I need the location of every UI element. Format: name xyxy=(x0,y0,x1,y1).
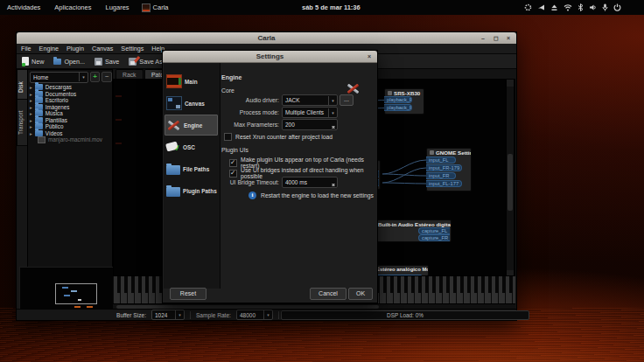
expander-icon[interactable] xyxy=(30,123,32,129)
section-plugin-paths[interactable]: Plugin Paths xyxy=(164,180,220,201)
reset-xrun-checkbox-row[interactable]: Reset Xrun counter after project load xyxy=(224,133,332,141)
tree-item[interactable]: Público xyxy=(30,123,112,129)
engine-header: Engine xyxy=(221,74,242,80)
tree-item[interactable]: Escritorio xyxy=(30,97,112,103)
audio-driver-label: Audio driver: xyxy=(215,97,279,103)
minus-button[interactable]: − xyxy=(102,72,112,82)
activities-menu[interactable]: Actividades xyxy=(0,3,47,11)
settings-sections-list: Main Canvas Engine OSC File Paths Plugin… xyxy=(164,63,220,289)
node-icon xyxy=(388,91,392,95)
section-canvas[interactable]: Canvas xyxy=(164,93,220,114)
location-select[interactable]: Home xyxy=(30,72,88,83)
expander-icon[interactable] xyxy=(30,104,32,110)
notifications-icon[interactable] xyxy=(537,3,545,11)
expander-icon[interactable] xyxy=(30,84,32,90)
menu-canvas[interactable]: Canvas xyxy=(92,45,113,52)
section-main[interactable]: Main xyxy=(164,71,220,92)
buffer-size-select[interactable]: 1024 xyxy=(151,310,185,320)
window-title: Carla xyxy=(257,34,275,42)
save-icon xyxy=(94,58,102,66)
eject-icon[interactable] xyxy=(550,3,558,11)
applications-menu[interactable]: Aplicaciones xyxy=(47,3,98,11)
reset-button[interactable]: Reset xyxy=(170,288,206,300)
port[interactable]: playback_FL xyxy=(384,96,412,103)
tree-item[interactable]: Música xyxy=(30,110,112,116)
expander-icon[interactable] xyxy=(30,130,32,136)
port[interactable]: capture_FR xyxy=(418,234,450,241)
open-folder-icon xyxy=(53,59,61,65)
microphone-icon[interactable] xyxy=(602,3,608,11)
power-icon[interactable] xyxy=(613,3,621,11)
port[interactable]: input_FR-179 xyxy=(426,164,462,171)
chevron-down-icon xyxy=(328,108,337,117)
checkbox-checked[interactable] xyxy=(229,159,237,167)
engine-tools-icon xyxy=(167,119,181,131)
driver-options-button[interactable]: ... xyxy=(340,94,354,106)
port[interactable]: input_FR xyxy=(426,172,456,179)
max-parameters-spinbox[interactable]: 200 xyxy=(282,119,338,130)
plus-button[interactable]: + xyxy=(90,72,101,82)
menu-settings[interactable]: Settings xyxy=(121,45,144,52)
window-titlebar[interactable]: Carla – ◻ × xyxy=(17,32,516,45)
process-mode-select[interactable]: Multiple Clients xyxy=(282,107,338,118)
file-tree: Descargas Documentos Escritorio Imágenes… xyxy=(30,84,112,143)
port[interactable]: playback_FR xyxy=(384,104,412,111)
buffer-size-label: Buffer Size: xyxy=(116,312,146,318)
section-osc[interactable]: OSC xyxy=(164,136,220,157)
main-icon xyxy=(166,74,182,88)
ui-bridge-timeout-spinbox[interactable]: 4000 ms xyxy=(282,177,338,188)
dialog-titlebar[interactable]: Settings × xyxy=(163,51,377,63)
clock[interactable]: sáb 5 de mar 11:36 xyxy=(302,0,360,15)
expander-icon[interactable] xyxy=(30,117,32,123)
new-button[interactable]: New xyxy=(22,57,44,66)
new-file-icon xyxy=(22,57,29,66)
tree-item[interactable]: Descargas xyxy=(30,84,112,90)
dialog-title: Settings xyxy=(256,52,284,60)
file-browser-panel: Home + − Descargas Documentos Escritorio… xyxy=(27,69,113,268)
sample-rate-select[interactable]: 48000 xyxy=(236,310,273,320)
carla-app-icon xyxy=(142,3,150,12)
vertical-scrollbar[interactable] xyxy=(506,80,514,276)
tree-item[interactable]: Imágenes xyxy=(30,104,112,110)
expander-icon[interactable] xyxy=(30,110,32,116)
wifi-icon[interactable] xyxy=(564,3,572,11)
bluetooth-icon[interactable] xyxy=(578,3,584,11)
port[interactable]: input_FL xyxy=(426,157,456,164)
cancel-button[interactable]: Cancel xyxy=(310,288,346,300)
tree-item-file[interactable]: manjaro-macmini.mov xyxy=(30,136,112,143)
minimize-button[interactable]: – xyxy=(479,33,487,43)
info-icon: i xyxy=(248,191,256,199)
osc-icon xyxy=(165,141,178,151)
ok-button[interactable]: OK xyxy=(348,288,373,300)
dialog-close-button[interactable]: × xyxy=(365,52,374,61)
maximize-button[interactable]: ◻ xyxy=(492,33,500,43)
port[interactable]: input_FL-177 xyxy=(426,180,462,187)
menu-file[interactable]: File xyxy=(21,45,32,52)
close-button[interactable]: × xyxy=(504,33,513,43)
scrollbar-thumb[interactable] xyxy=(508,154,513,211)
open-button[interactable]: Open... xyxy=(53,58,85,66)
places-menu[interactable]: Lugares xyxy=(98,3,136,11)
restart-info-row: i Restart the engine to load the new set… xyxy=(248,191,374,199)
menu-plugin[interactable]: Plugin xyxy=(66,45,84,52)
section-file-paths[interactable]: File Paths xyxy=(164,158,220,179)
checkbox-unchecked[interactable] xyxy=(224,133,232,141)
settings-icon[interactable] xyxy=(524,3,532,11)
tree-item[interactable]: Plantillas xyxy=(30,117,112,123)
expander-icon[interactable] xyxy=(30,97,32,103)
volume-icon[interactable] xyxy=(589,3,597,11)
menu-engine[interactable]: Engine xyxy=(39,45,59,52)
tree-item[interactable]: Vídeos xyxy=(30,130,112,136)
expander-icon[interactable] xyxy=(30,91,32,97)
canvas-icon xyxy=(166,96,182,110)
plugin-paths-folder-icon xyxy=(166,187,180,197)
tree-item[interactable]: Documentos xyxy=(30,91,112,97)
core-group-label: Core xyxy=(221,87,234,94)
save-button[interactable]: Save xyxy=(94,58,119,66)
audio-driver-select[interactable]: JACK xyxy=(282,94,338,106)
section-engine[interactable]: Engine xyxy=(164,115,218,136)
port[interactable]: capture_FL xyxy=(418,227,450,234)
system-tray[interactable] xyxy=(524,0,621,15)
checkbox-checked[interactable] xyxy=(229,170,237,178)
app-indicator-carla[interactable]: Carla xyxy=(136,3,174,12)
